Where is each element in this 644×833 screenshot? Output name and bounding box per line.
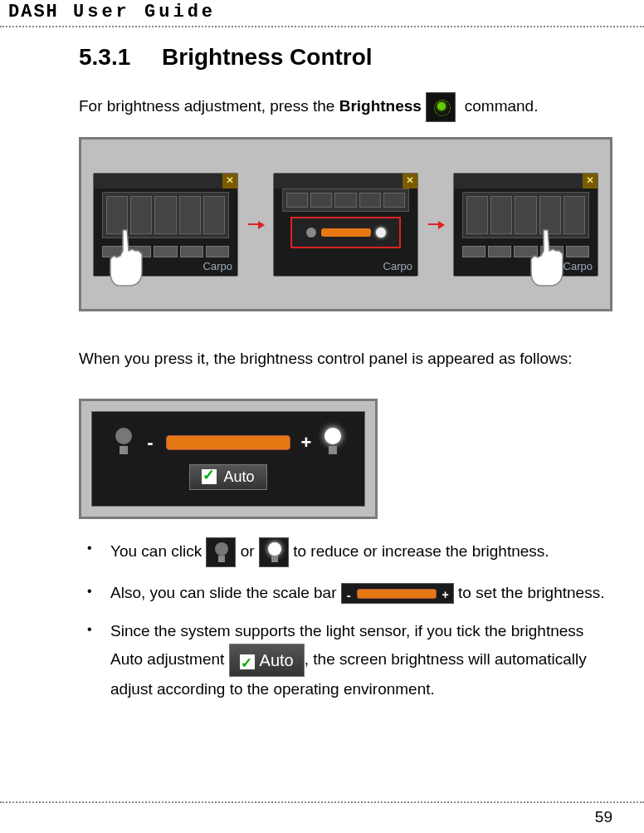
carpo-label: Carpo bbox=[203, 260, 232, 272]
hand-pointer-icon bbox=[523, 226, 573, 292]
brightness-slider-highlight bbox=[290, 217, 401, 248]
page-header: DASH User Guide bbox=[0, 0, 644, 27]
tile-icon bbox=[286, 193, 308, 208]
section-title: Brightness Control bbox=[162, 44, 373, 70]
dock-icon bbox=[154, 246, 177, 257]
arrow-right-icon bbox=[428, 223, 443, 225]
bulb-on-inline-icon bbox=[259, 537, 289, 567]
bulb-off-inline-icon bbox=[206, 537, 236, 567]
page-footer: 59 bbox=[0, 801, 644, 826]
intro-before: For brightness adjustment, press the bbox=[79, 97, 339, 115]
tile-icon bbox=[334, 193, 356, 208]
screen-topbar bbox=[454, 174, 598, 189]
scale-bar-fill bbox=[357, 589, 437, 599]
page-content: 5.3.1 Brightness Control For brightness … bbox=[0, 27, 644, 703]
auto-button-inline-icon: Auto bbox=[229, 644, 305, 677]
dock-icon bbox=[462, 246, 485, 257]
carpo-label: Carpo bbox=[383, 260, 412, 272]
tile-icon bbox=[490, 196, 512, 234]
section-heading: 5.3.1 Brightness Control bbox=[79, 44, 612, 71]
sequence-screen-3: ✕ Carpo bbox=[453, 173, 598, 277]
sequence-screen-2: ✕ Carpo bbox=[273, 173, 418, 277]
close-icon: ✕ bbox=[583, 174, 598, 189]
plus-icon: + bbox=[300, 432, 312, 453]
header-title-prefix: DASH bbox=[8, 2, 59, 22]
tile-icon bbox=[179, 196, 201, 234]
page-number: 59 bbox=[595, 808, 612, 826]
tile-icon bbox=[359, 193, 381, 208]
auto-brightness-button[interactable]: Auto bbox=[189, 464, 266, 490]
brightness-slider-row: - + bbox=[113, 428, 344, 458]
bullet-list: You can click or to reduce or increase t… bbox=[79, 537, 612, 703]
minus-icon: - bbox=[144, 432, 156, 453]
bulb-off-icon bbox=[113, 428, 134, 458]
hand-pointer-icon bbox=[102, 226, 152, 292]
dock-icon bbox=[206, 246, 229, 257]
brightness-slider[interactable] bbox=[166, 435, 290, 450]
dock-icon bbox=[488, 246, 511, 257]
sequence-screen-1: ✕ Carpo bbox=[93, 173, 238, 277]
intro-bold: Brightness bbox=[339, 97, 422, 115]
screen-topbar bbox=[274, 174, 417, 189]
bulb-on-icon bbox=[322, 428, 344, 458]
bulb-on-icon bbox=[376, 228, 386, 238]
intro-after: command. bbox=[460, 97, 538, 115]
slider-bar-icon bbox=[321, 228, 371, 237]
bulb-off-icon bbox=[306, 228, 316, 238]
brightness-panel-inner: - + Auto bbox=[91, 411, 365, 507]
bullet-text: You can click bbox=[110, 542, 206, 560]
bullet-item-3: Since the system supports the light sens… bbox=[79, 619, 612, 703]
bullet-text: or bbox=[236, 542, 258, 560]
close-icon: ✕ bbox=[222, 174, 237, 189]
bullet-item-2: Also, you can slide the scale bar to set… bbox=[79, 581, 612, 605]
scale-bar-inline-icon bbox=[341, 583, 454, 604]
tile-icon bbox=[203, 196, 225, 234]
header-title: DASH User Guide bbox=[8, 2, 216, 22]
tile-icon bbox=[154, 196, 176, 234]
bullet-text: Also, you can slide the scale bar bbox=[110, 584, 341, 601]
intro-paragraph: For brightness adjustment, press the Bri… bbox=[79, 92, 612, 122]
bullet-text: to reduce or increase the brightness. bbox=[289, 542, 549, 560]
bullet-item-1: You can click or to reduce or increase t… bbox=[79, 537, 612, 567]
checkbox-checked-icon bbox=[240, 654, 255, 669]
tile-icon bbox=[310, 193, 332, 208]
checkbox-checked-icon bbox=[202, 469, 217, 484]
auto-label: Auto bbox=[223, 468, 254, 486]
bullet-text: to set the brightness. bbox=[454, 584, 605, 601]
brightness-command-icon bbox=[426, 92, 456, 122]
section-number: 5.3.1 bbox=[79, 44, 130, 71]
tile-icon bbox=[383, 193, 405, 208]
brightness-panel-figure: - + Auto bbox=[79, 399, 378, 519]
mid-paragraph: When you press it, the brightness contro… bbox=[79, 348, 612, 370]
auto-inline-label: Auto bbox=[260, 651, 294, 669]
brightness-sequence-figure: ✕ Carpo ✕ bbox=[79, 137, 612, 311]
screen-topbar bbox=[94, 174, 237, 189]
tile-icon bbox=[466, 196, 488, 234]
screen-tiles bbox=[282, 189, 409, 212]
header-title-rest: User Guide bbox=[73, 2, 216, 22]
arrow-right-icon bbox=[248, 223, 263, 225]
dock-icon bbox=[180, 246, 203, 257]
close-icon: ✕ bbox=[402, 174, 417, 189]
